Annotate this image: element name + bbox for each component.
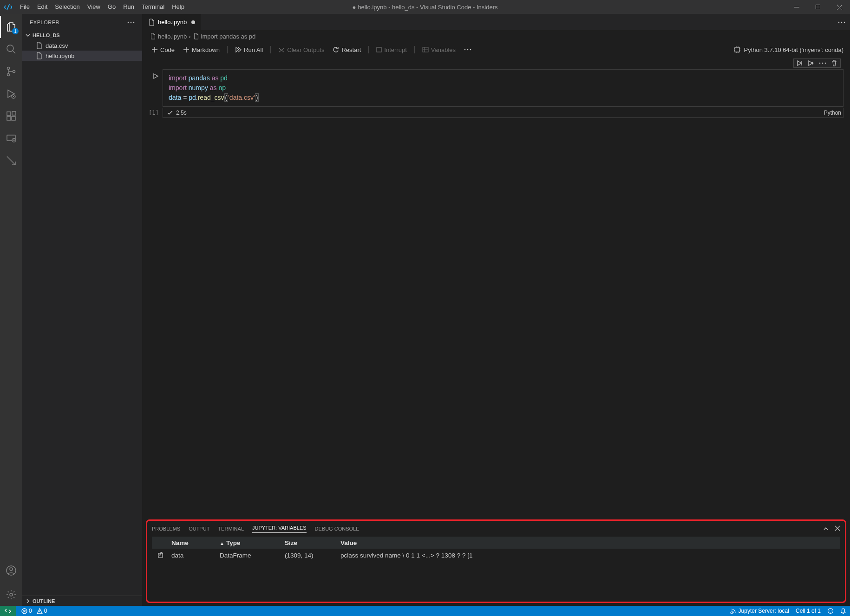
status-errors[interactable]: 0 (21, 608, 32, 614)
menu-selection[interactable]: Selection (51, 0, 83, 14)
explorer-badge: 1 (12, 28, 19, 34)
remote-indicator[interactable] (0, 606, 16, 616)
svg-point-31 (731, 612, 732, 614)
svg-point-28 (822, 63, 824, 64)
window-title-dirty: ● (353, 4, 356, 11)
svg-point-24 (467, 49, 469, 51)
svg-point-17 (133, 21, 135, 23)
sidebar-header: EXPLORER (22, 14, 142, 30)
svg-point-15 (128, 21, 129, 23)
exec-time: 2.5s (176, 110, 187, 116)
file-name: data.csv (46, 42, 68, 49)
toolbar-separator (414, 46, 415, 53)
run-cell-button[interactable] (149, 69, 163, 79)
activity-settings[interactable] (0, 584, 22, 606)
kernel-selector[interactable]: Python 3.7.10 64-bit ('myenv': conda) (733, 46, 843, 53)
panel-tab-problems[interactable]: PROBLEMS (152, 526, 180, 532)
col-header-value[interactable]: Value (340, 539, 840, 546)
col-header-type[interactable]: ▲Type (220, 539, 285, 546)
menu-run[interactable]: Run (119, 0, 138, 14)
status-cell-position[interactable]: Cell 1 of 1 (796, 608, 821, 614)
add-markdown-cell-button[interactable]: Markdown (180, 45, 222, 54)
editor-tab[interactable]: hello.ipynb (142, 14, 201, 30)
window-controls (786, 0, 850, 14)
add-code-cell-button[interactable]: Code (149, 45, 177, 54)
sort-asc-icon: ▲ (220, 541, 224, 546)
activity-search[interactable] (0, 38, 22, 60)
menu-view[interactable]: View (84, 0, 104, 14)
chevron-right-icon: › (189, 33, 190, 40)
activity-run-debug[interactable] (0, 83, 22, 105)
maximize-button[interactable] (807, 0, 829, 14)
svg-point-2 (7, 67, 10, 70)
panel-tab-jupyter-variables[interactable]: JUPYTER: VARIABLES (252, 525, 307, 533)
activity-source-control[interactable] (0, 60, 22, 83)
code-editor[interactable]: import pandas as pd import numpy as np d… (163, 69, 843, 107)
notebook-toolbar: Code Markdown Run All Clear Outputs Rest… (142, 42, 850, 57)
svg-rect-7 (7, 117, 11, 120)
col-header-size[interactable]: Size (285, 539, 340, 546)
svg-point-14 (10, 593, 13, 596)
breadcrumb[interactable]: hello.ipynb › import pandas as pd (142, 30, 850, 42)
panel: PROBLEMS OUTPUT TERMINAL JUPYTER: VARIAB… (146, 519, 846, 603)
close-button[interactable] (829, 0, 850, 14)
run-by-line-icon[interactable] (797, 60, 803, 66)
folder-name: HELLO_DS (33, 32, 60, 38)
activity-bar: 1 (0, 14, 22, 606)
outline-section[interactable]: OUTLINE (22, 596, 142, 606)
run-all-button[interactable]: Run All (232, 45, 266, 54)
code-cell: import pandas as pd import numpy as np d… (142, 69, 850, 107)
execute-below-icon[interactable] (808, 60, 814, 66)
file-name: hello.ipynb (46, 52, 74, 59)
svg-point-4 (13, 71, 15, 73)
svg-point-3 (7, 74, 10, 76)
variable-row[interactable]: data DataFrame (1309, 14) pclass survive… (152, 549, 840, 562)
folder-header[interactable]: HELLO_DS (22, 30, 142, 40)
panel-tab-debug-console[interactable]: DEBUG CONSOLE (315, 526, 360, 532)
clear-outputs-button[interactable]: Clear Outputs (275, 45, 327, 54)
svg-point-32 (828, 609, 833, 614)
svg-rect-21 (377, 47, 381, 52)
toolbar-more-icon[interactable] (461, 48, 474, 52)
explorer-more-icon[interactable] (127, 21, 135, 23)
menu-help[interactable]: Help (168, 0, 188, 14)
cell-more-icon[interactable] (819, 62, 826, 64)
status-jupyter-server[interactable]: Jupyter Server: local (730, 608, 789, 614)
variables-header-row: Name ▲Type Size Value (152, 537, 840, 549)
open-variable-icon[interactable] (152, 552, 169, 559)
menu-go[interactable]: Go (104, 0, 119, 14)
tab-more-icon[interactable] (838, 21, 850, 23)
menu-file[interactable]: File (16, 0, 33, 14)
variables-button[interactable]: Variables (419, 45, 458, 54)
delete-cell-icon[interactable] (831, 60, 837, 66)
activity-jupyter[interactable] (0, 149, 22, 172)
success-icon (167, 110, 173, 116)
file-item-data-csv[interactable]: data.csv (22, 40, 142, 51)
activity-accounts[interactable] (0, 559, 22, 582)
cell-language[interactable]: Python (824, 110, 843, 116)
status-warnings[interactable]: 0 (37, 608, 47, 614)
status-bell-icon[interactable] (840, 608, 846, 614)
var-type: DataFrame (220, 552, 285, 559)
svg-rect-26 (735, 47, 739, 52)
col-header-name[interactable]: Name (169, 539, 220, 546)
svg-point-23 (464, 49, 466, 51)
status-feedback-icon[interactable] (827, 608, 834, 614)
menu-edit[interactable]: Edit (33, 0, 51, 14)
menu-bar: File Edit Selection View Go Run Terminal… (16, 0, 188, 14)
restart-kernel-button[interactable]: Restart (330, 45, 364, 54)
activity-extensions[interactable] (0, 105, 22, 127)
activity-remote[interactable] (0, 127, 22, 149)
panel-tab-output[interactable]: OUTPUT (189, 526, 209, 532)
main-area: 1 EXPLORER (0, 14, 850, 606)
menu-terminal[interactable]: Terminal (138, 0, 168, 14)
interrupt-button[interactable]: Interrupt (373, 45, 409, 54)
svg-point-25 (470, 49, 471, 51)
panel-collapse-icon[interactable] (823, 525, 829, 532)
minimize-button[interactable] (786, 0, 807, 14)
panel-close-icon[interactable] (835, 525, 840, 532)
explorer-title: EXPLORER (30, 19, 59, 25)
file-item-hello-ipynb[interactable]: hello.ipynb (22, 51, 142, 61)
panel-tab-terminal[interactable]: TERMINAL (218, 526, 244, 532)
activity-explorer[interactable]: 1 (0, 16, 22, 38)
